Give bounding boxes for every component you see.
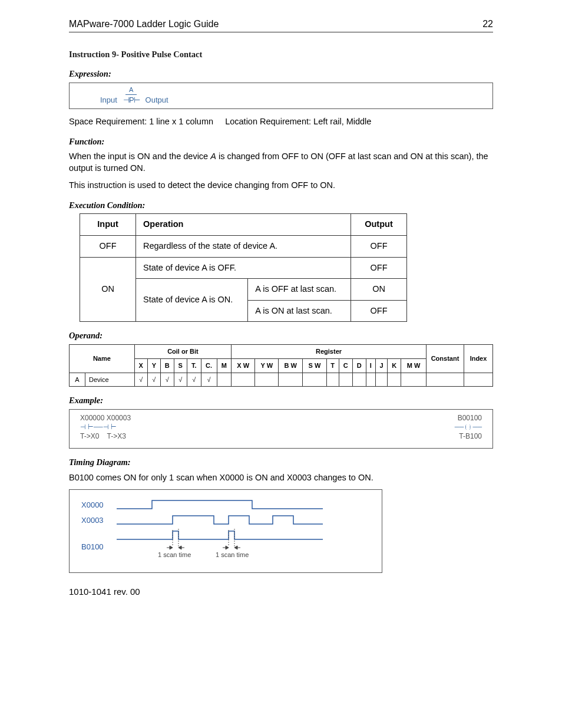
exec-h-op: Operation: [136, 214, 351, 236]
expr-input-label: Input: [100, 95, 117, 106]
scan-time-1: 1 scan time: [158, 551, 191, 558]
svg-marker-7: [178, 546, 181, 549]
space-location-req: Space Requirement: 1 line x 1 column Loc…: [69, 116, 493, 128]
instruction-heading: Instruction 9- Positive Pulse Contact: [69, 49, 493, 61]
table-row: Input Operation Output: [80, 214, 407, 236]
expr-a-label: A: [125, 85, 137, 95]
example-right: B00100 ──⟮ ⟯── T-B100: [455, 413, 482, 441]
header-page: 22: [482, 18, 493, 31]
waveform-2: 1 scan time 1 scan time: [117, 529, 323, 564]
exec-table: Input Operation Output OFF Regardless of…: [80, 213, 407, 322]
timing-signal-0: X0000: [81, 500, 117, 510]
function-label: Function:: [69, 136, 493, 148]
operand-label: Operand:: [69, 330, 493, 342]
table-row: Name Coil or Bit Register Constant Index: [70, 344, 493, 358]
page-header: MAPware-7000 Ladder Logic Guide 22: [69, 18, 493, 32]
footer-rev: 1010-1041 rev. 00: [69, 586, 493, 598]
table-row: OFF Regardless of the state of device A.…: [80, 236, 407, 258]
expression-box: Input A ⊣P⊢ Output: [69, 83, 493, 109]
waveform-1: [117, 513, 323, 526]
svg-marker-9: [226, 546, 229, 549]
svg-marker-11: [234, 546, 237, 549]
svg-marker-5: [170, 546, 173, 549]
exec-label: Execution Condition:: [69, 200, 493, 212]
expr-symbol: ⊣P⊢: [123, 95, 140, 106]
expression-label: Expression:: [69, 68, 493, 80]
function-p1: When the input is ON and the device A is…: [69, 151, 493, 174]
example-label: Example:: [69, 395, 493, 407]
exec-h-input: Input: [80, 214, 136, 236]
table-row: ON State of device A is OFF. OFF: [80, 257, 407, 279]
exec-h-out: Output: [351, 214, 407, 236]
waveform-0: [117, 498, 323, 511]
timing-diagram: X0000 X0003 B0100 1 scan time 1 scan tim…: [69, 489, 382, 573]
timing-label: Timing Diagram:: [69, 457, 493, 469]
example-left: X00000 X00003 ⊣ ⊢──⊣ ⊢ T->X0 T->X3: [80, 413, 131, 441]
expr-output-label: Output: [146, 95, 168, 106]
header-title: MAPware-7000 Ladder Logic Guide: [69, 18, 219, 31]
timing-signal-2: B0100: [81, 542, 117, 552]
operand-table: Name Coil or Bit Register Constant Index…: [69, 344, 493, 387]
example-box: X00000 X00003 ⊣ ⊢──⊣ ⊢ T->X0 T->X3 B0010…: [69, 409, 493, 449]
function-p2: This instruction is used to detect the d…: [69, 180, 493, 192]
scan-time-2: 1 scan time: [216, 551, 249, 558]
table-row: A Device √ √ √ √ √ √: [70, 373, 493, 387]
timing-signal-1: X0003: [81, 515, 117, 526]
timing-desc: B0100 comes ON for only 1 scan when X000…: [69, 472, 493, 484]
